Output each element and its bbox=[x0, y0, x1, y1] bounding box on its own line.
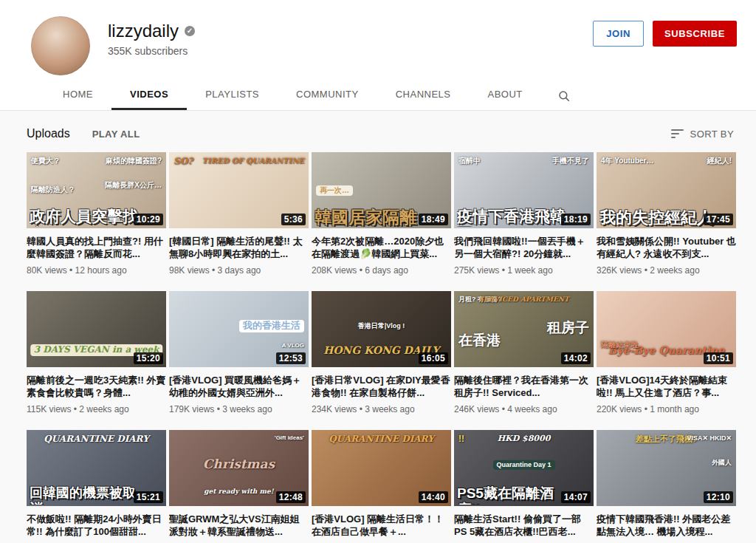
video-duration-badge: 15:21 bbox=[134, 491, 163, 503]
video-thumbnail[interactable]: 17:45 4年 Youtuber…經紀人!我的失控經紀人 bbox=[597, 152, 736, 228]
video-card[interactable]: 12:53 我的香港生活A VLOG [香港VLOG] 買暖風機給爸媽＋幼稚的外… bbox=[169, 291, 309, 414]
video-card[interactable]: 16:05 香港日常|Vlog !HONG KONG DAILY [香港日常VL… bbox=[312, 291, 451, 414]
tab-videos[interactable]: VIDEOS bbox=[111, 79, 187, 110]
video-card[interactable]: 15:21 QUARANTINE DIARY回韓國的機票被取消 不做飯啦!! 隔… bbox=[27, 430, 166, 543]
video-card[interactable]: 12:48 'Gift ideas'Christmasget ready wit… bbox=[169, 430, 309, 543]
channel-tabs: HOME VIDEOS PLAYLISTS COMMUNITY CHANNELS… bbox=[44, 78, 756, 110]
thumbnail-overlay-text: QUARANTINE DIARY bbox=[329, 434, 433, 445]
video-card[interactable]: 18:19 宿醉中手機不見了疫情下香港飛韓國 我們飛回韓國啦!!一個丟手機＋另一… bbox=[454, 152, 594, 276]
video-thumbnail[interactable]: 14:02 月租? 有服務?SERVICED APARTMENT在香港租房子 bbox=[454, 291, 594, 367]
video-card[interactable]: 10:29 使費大？麻煩的韓國簽證?隔離防造人？隔離長胖X公斤…政府人員突擊找上… bbox=[27, 152, 166, 276]
video-card[interactable]: 14:02 月租? 有服務?SERVICED APARTMENT在香港租房子 隔… bbox=[454, 291, 594, 414]
video-thumbnail[interactable]: 15:21 QUARANTINE DIARY回韓國的機票被取消 bbox=[27, 430, 166, 506]
video-title[interactable]: 我們飛回韓國啦!!一個丟手機＋另一個大宿醉?! 20分鐘就... bbox=[454, 235, 594, 260]
video-duration-badge: 14:40 bbox=[419, 491, 448, 503]
video-title[interactable]: 我和雪姨關係公開!! Youtuber 也有經紀人? 永遠收不到支... bbox=[597, 235, 736, 260]
tab-playlists[interactable]: PLAYLISTS bbox=[187, 79, 278, 110]
video-title[interactable]: [香港VLOG] 隔離生活日常！！在酒店自己做早餐＋... bbox=[312, 513, 451, 538]
video-meta: 220K views • 1 month ago bbox=[597, 404, 736, 414]
video-meta: 115K views • 2 weeks ago bbox=[27, 404, 166, 414]
video-title[interactable]: 不做飯啦!! 隔離期24小時外賣日常!! 為什麼訂了100個甜甜... bbox=[27, 513, 166, 538]
thumbnail-overlay-text: A VLOG bbox=[282, 342, 304, 349]
video-meta: 208K views • 6 days ago bbox=[312, 265, 451, 276]
tab-community[interactable]: COMMUNITY bbox=[278, 79, 377, 110]
video-card[interactable]: 5:36 SO?TIRED OF QUARANTINE [韓國日常] 隔離生活的… bbox=[169, 152, 309, 276]
thumbnail-overlay-text: VISA✕ HKID✕ bbox=[687, 434, 732, 442]
thumbnail-overlay-text: 我的香港生活 bbox=[239, 320, 304, 332]
video-meta: 246K views • 4 weeks ago bbox=[454, 404, 594, 414]
video-title[interactable]: 疫情下韓國飛香港!! 外國老公差點無法入境… 機場入境程... bbox=[597, 513, 736, 538]
thumbnail-overlay-text: 手機不見了 bbox=[552, 157, 589, 165]
video-title[interactable]: [香港VLOG]14天終於隔離結束啦!! 馬上又住進了酒店？事... bbox=[597, 374, 736, 399]
thumbnail-overlay-text: 隔離長胖X公斤… bbox=[105, 181, 162, 190]
search-icon[interactable] bbox=[541, 82, 587, 107]
thumbnail-overlay-text: 香港日常|Vlog ! bbox=[358, 322, 405, 329]
thumbnail-overlay-text: 外國人 bbox=[712, 459, 732, 466]
thumbnail-overlay-text: 使費大？ bbox=[31, 157, 61, 165]
uploads-label: Uploads bbox=[27, 127, 70, 140]
video-thumbnail[interactable]: 5:36 SO?TIRED OF QUARANTINE bbox=[169, 152, 309, 228]
video-thumbnail[interactable]: 10:51 Bye-Bye Quarantine隔離結束啦 bbox=[597, 291, 736, 367]
video-title[interactable]: 隔離生活Start!! 偷偷買了一部PS 5藏在酒店衣櫃!!巴西老... bbox=[454, 513, 594, 538]
thumbnail-overlay-text: PS5藏在隔離酒店!! bbox=[457, 485, 574, 505]
video-card[interactable]: 14:40 QUARANTINE DIARY [香港VLOG] 隔離生活日常！！… bbox=[312, 430, 451, 543]
video-thumbnail[interactable]: 18:19 宿醉中手機不見了疫情下香港飛韓國 bbox=[454, 152, 594, 228]
thumbnail-overlay-text: 政府人員突擊找上 bbox=[30, 208, 147, 227]
video-duration-badge: 12:53 bbox=[276, 352, 306, 364]
video-thumbnail[interactable]: 14:40 QUARANTINE DIARY bbox=[312, 430, 451, 506]
video-title[interactable]: 隔離前後之一週吃3天純素!! 外賣素食會比較貴嗎？身體... bbox=[27, 374, 166, 399]
video-card[interactable]: 12:10 差點上不了飛機?VISA✕ HKID✕外國人 疫情下韓國飛香港!! … bbox=[597, 430, 736, 543]
video-thumbnail[interactable]: 12:48 'Gift ideas'Christmasget ready wit… bbox=[169, 430, 309, 506]
video-card[interactable]: 17:45 4年 Youtuber…經紀人!我的失控經紀人 我和雪姨關係公開!!… bbox=[597, 152, 736, 276]
channel-name: lizzydaily bbox=[108, 21, 179, 41]
video-thumbnail[interactable]: 12:10 差點上不了飛機?VISA✕ HKID✕外國人 bbox=[597, 430, 736, 506]
subscribe-button[interactable]: SUBSCRIBE bbox=[653, 21, 737, 47]
tab-home[interactable]: HOME bbox=[44, 79, 111, 110]
video-card[interactable]: 14:07 !!HKD $8000Quarantine Day 1PS5藏在隔離… bbox=[454, 430, 594, 543]
tab-channels[interactable]: CHANNELS bbox=[377, 79, 470, 110]
video-card[interactable]: 10:51 Bye-Bye Quarantine隔離結束啦 [香港VLOG]14… bbox=[597, 291, 736, 414]
video-thumbnail[interactable]: 15:20 3 DAYS VEGAN in a week bbox=[27, 291, 166, 367]
video-thumbnail[interactable]: 12:53 我的香港生活A VLOG bbox=[169, 291, 309, 367]
subscriber-count: 355K subscribers bbox=[108, 45, 195, 57]
video-card[interactable]: 18:49 再一次…韓國居家隔離 今年第2次被隔離…2020除夕也在隔離渡過🥬韓… bbox=[312, 152, 451, 276]
video-duration-badge: 5:36 bbox=[281, 214, 306, 225]
sort-by-button[interactable]: SORT BY bbox=[690, 129, 734, 140]
video-meta: 98K views • 3 days ago bbox=[169, 265, 309, 276]
join-button[interactable]: JOIN bbox=[593, 21, 644, 47]
channel-avatar[interactable] bbox=[31, 16, 90, 75]
thumbnail-overlay-text: 回韓國的機票被取消 bbox=[30, 485, 147, 505]
video-duration-badge: 14:02 bbox=[561, 352, 591, 364]
thumbnail-overlay-text: TIRED OF QUARANTINE bbox=[202, 157, 304, 165]
video-card[interactable]: 15:20 3 DAYS VEGAN in a week 隔離前後之一週吃3天純… bbox=[27, 291, 166, 414]
sort-icon[interactable] bbox=[671, 129, 684, 138]
thumbnail-overlay-text: 再一次… bbox=[316, 185, 353, 196]
play-all-button[interactable]: PLAY ALL bbox=[92, 129, 140, 140]
video-duration-badge: 17:45 bbox=[704, 214, 733, 225]
video-thumbnail[interactable]: 14:07 !!HKD $8000Quarantine Day 1PS5藏在隔離… bbox=[454, 430, 594, 506]
thumbnail-overlay-text: Christmas bbox=[203, 458, 275, 473]
video-title[interactable]: [韓國日常] 隔離生活的尾聲!! 太無聊8小時即興在家拍的土... bbox=[169, 235, 309, 260]
video-duration-badge: 18:19 bbox=[561, 214, 591, 225]
video-thumbnail[interactable]: 18:49 再一次…韓國居家隔離 bbox=[312, 152, 451, 228]
video-title[interactable]: 韓國人員真的找上門抽查?! 用什麼韓國簽證？隔離反而花... bbox=[27, 235, 166, 260]
thumbnail-overlay-text: !! bbox=[458, 434, 464, 445]
video-title[interactable]: [香港日常VLOG] 在家DIY最愛香港食物!! 在家自製格仔餅... bbox=[312, 374, 451, 399]
video-duration-badge: 10:29 bbox=[134, 214, 163, 225]
thumbnail-overlay-text: 我的失控經紀人 bbox=[599, 208, 717, 227]
thumbnail-overlay-text: 'Gift ideas' bbox=[275, 434, 304, 441]
video-duration-badge: 15:20 bbox=[134, 352, 163, 364]
video-title[interactable]: 隔離後住哪裡？我在香港第一次租房子!! Serviced... bbox=[454, 374, 594, 399]
video-duration-badge: 12:48 bbox=[276, 491, 306, 503]
uploads-toolbar: Uploads PLAY ALL SORT BY bbox=[0, 111, 756, 149]
video-title[interactable]: [香港VLOG] 買暖風機給爸媽＋幼稚的外國女婿與亞洲外... bbox=[169, 374, 309, 399]
thumbnail-overlay-text: 疫情下香港飛韓國 bbox=[457, 208, 574, 227]
video-thumbnail[interactable]: 16:05 香港日常|Vlog !HONG KONG DAILY bbox=[312, 291, 451, 367]
video-thumbnail[interactable]: 10:29 使費大？麻煩的韓國簽證?隔離防造人？隔離長胖X公斤…政府人員突擊找上 bbox=[27, 152, 166, 228]
video-title[interactable]: 聖誕GRWM之弘大VS江南姐姐派對妝＋韓系聖誕禮物送... bbox=[169, 513, 309, 538]
video-duration-badge: 18:49 bbox=[419, 214, 448, 225]
video-title[interactable]: 今年第2次被隔離…2020除夕也在隔離渡過🥬韓國網上買菜... bbox=[312, 235, 451, 260]
tab-about[interactable]: ABOUT bbox=[470, 79, 541, 110]
thumbnail-overlay-text: 在香港 bbox=[458, 332, 501, 349]
thumbnail-overlay-text: QUARANTINE DIARY bbox=[44, 434, 148, 445]
